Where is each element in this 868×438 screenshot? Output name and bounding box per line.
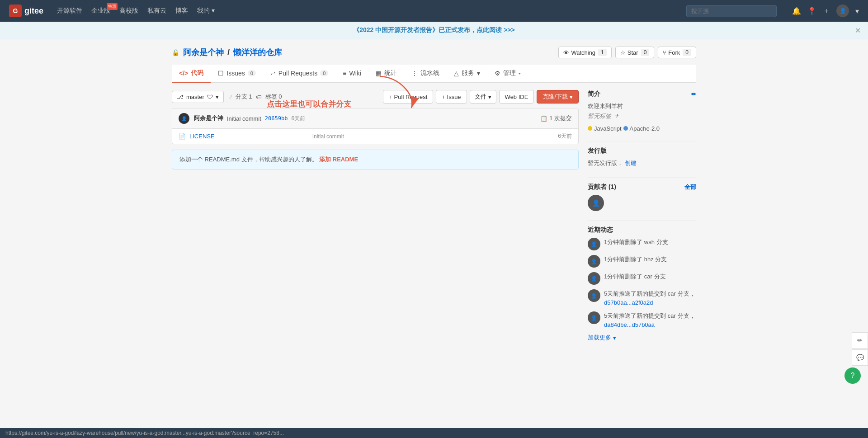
pull-request-button[interactable]: + Pull Request <box>383 90 433 104</box>
fork-button[interactable]: ⑂ Fork 0 <box>658 47 696 58</box>
tab-code[interactable]: </> 代码 <box>172 65 211 83</box>
issues-icon: ☐ <box>218 70 224 77</box>
tab-pipeline[interactable]: ⋮ 流水线 <box>404 65 447 83</box>
intro-welcome: 欢迎来到羊村 <box>588 102 696 111</box>
dropdown-icon[interactable]: ▾ <box>855 7 859 15</box>
nav-private-cloud[interactable]: 私有云 <box>147 7 166 15</box>
lang-apache: Apache-2.0 <box>623 125 660 132</box>
location-icon[interactable]: 📍 <box>807 7 816 15</box>
lang-javascript: JavaScript <box>588 125 622 132</box>
repo-name-link[interactable]: 懒洋洋的仓库 <box>233 47 282 58</box>
divider-1 <box>588 141 696 141</box>
activity-avatar: 👤 <box>588 255 600 268</box>
contributor-avatar[interactable]: 👤 <box>588 195 604 211</box>
tab-manage[interactable]: ⚙ 管理 ● <box>487 65 528 83</box>
manage-icon: ⚙ <box>495 70 500 77</box>
pr-badge: 0 <box>320 70 328 76</box>
activity-avatar: 👤 <box>588 272 600 285</box>
content-left: ⎇ master 🛡 ▾ ⑂ 分支 1 🏷 标签 0 + Pull Reques… <box>172 90 579 351</box>
sidebar-activity-title: 近期动态 <box>588 226 696 234</box>
file-commit-msg: Initial commit <box>312 133 558 140</box>
chevron-down-icon: ▾ <box>488 94 491 100</box>
notification-icon[interactable]: 🔔 <box>792 7 801 15</box>
feedback-button[interactable]: ✏ <box>852 332 868 349</box>
logo[interactable]: G gitee <box>9 5 43 17</box>
lock-icon: 🔒 <box>172 49 179 56</box>
sidebar-activity: 近期动态 👤 1分钟前删除了 wsh 分支 👤 1分钟前删除了 hhz 分支 👤… <box>588 226 696 342</box>
create-release-link[interactable]: 创建 <box>625 160 637 166</box>
chat-button[interactable]: 💬 <box>852 349 868 358</box>
edit-intro-button[interactable]: ✏ <box>691 91 696 98</box>
list-item: 👤 1分钟前删除了 wsh 分支 <box>588 238 696 250</box>
activity-text: 1分钟前删除了 car 分支 <box>604 272 666 281</box>
file-list: 👤 阿余是个神 Initial commit 20659bb 6天前 📋 1 次… <box>172 108 579 144</box>
gitee-logo-icon: G <box>9 5 22 17</box>
nav-university[interactable]: 高校版 <box>119 7 138 15</box>
repo-owner-link[interactable]: 阿余是个神 <box>183 47 224 58</box>
table-row: 📄 LICENSE Initial commit 6天前 <box>172 129 578 144</box>
branch-selector[interactable]: ⎇ master 🛡 ▾ <box>172 91 224 103</box>
commit-message: Initial commit <box>227 115 261 122</box>
dropdown-chevron-icon: ▾ <box>216 94 219 100</box>
clone-download-button[interactable]: 克隆/下载 ▾ <box>537 90 579 104</box>
wiki-icon: ≡ <box>343 70 346 77</box>
activity-commit-link[interactable]: d57b0aa...a2f0a2d <box>604 299 653 306</box>
star-count: 0 <box>641 49 650 56</box>
fork-count: 0 <box>683 49 691 56</box>
commit-count[interactable]: 📋 1 次提交 <box>540 114 572 122</box>
tab-wiki[interactable]: ≡ Wiki <box>335 65 368 83</box>
list-item: 👤 1分钟前删除了 hhz 分支 <box>588 255 696 268</box>
banner-link[interactable]: 《2022 中国开源开发者报告》已正式发布，点此阅读 >>> <box>353 26 514 33</box>
watch-button[interactable]: 👁 Watching 1 <box>558 47 611 58</box>
activity-text: 5天前推送了新的提交到 car 分支， da84dbe...d57b0aa <box>604 311 696 329</box>
tab-stats[interactable]: ▦ 统计 <box>368 65 404 83</box>
commit-icon: 📋 <box>540 115 547 122</box>
search-input[interactable] <box>686 5 777 17</box>
branch-info: ⑂ 分支 1 🏷 标签 0 <box>228 93 282 101</box>
readme-banner: 添加一个 README.md 文件，帮助感兴趣的人了解。 添加 README <box>172 150 579 170</box>
no-release-text: 暂无发行版， 创建 <box>588 159 696 168</box>
all-contributors-link[interactable]: 全部 <box>684 183 696 191</box>
divider-3 <box>588 220 696 221</box>
issue-button[interactable]: + Issue <box>436 90 467 104</box>
add-readme-link[interactable]: 添加 README <box>319 156 358 163</box>
tab-services[interactable]: △ 服务 ▾ <box>447 65 487 83</box>
branch-left: ⎇ master 🛡 ▾ ⑂ 分支 1 🏷 标签 0 <box>172 91 282 103</box>
activity-avatar: 👤 <box>588 289 600 302</box>
tab-pull-requests[interactable]: ⇌ Pull Requests 0 <box>263 65 336 83</box>
nav-opensource[interactable]: 开源软件 <box>57 7 82 15</box>
add-tag-button[interactable]: ＋ <box>613 112 620 119</box>
commit-header: 👤 阿余是个神 Initial commit 20659bb 6天前 📋 1 次… <box>172 108 578 129</box>
branch-toolbar: ⎇ master 🛡 ▾ ⑂ 分支 1 🏷 标签 0 + Pull Reques… <box>172 90 579 104</box>
file-button[interactable]: 文件 ▾ <box>470 90 496 104</box>
eye-icon: 👁 <box>563 49 569 56</box>
side-buttons: ✏ 💬 <box>852 332 868 358</box>
nav-mine[interactable]: 我的 ▾ <box>197 7 215 15</box>
activity-avatar: 👤 <box>588 238 600 250</box>
banner-close-icon[interactable]: ✕ <box>855 26 861 35</box>
add-icon[interactable]: ＋ <box>823 6 830 16</box>
lang-list: JavaScript Apache-2.0 <box>588 123 696 132</box>
activity-text: 1分钟前删除了 hhz 分支 <box>604 255 667 264</box>
activity-commit-link-2[interactable]: da84dbe...d57b0aa <box>604 321 655 328</box>
apache-lang-dot <box>623 126 628 131</box>
commit-author-avatar[interactable]: 👤 <box>179 113 189 124</box>
nav-enterprise[interactable]: 企业版 特惠 <box>91 7 110 15</box>
activity-avatar: 👤 <box>588 311 600 324</box>
issues-badge: 0 <box>248 70 256 76</box>
load-more-button[interactable]: 加载更多 ▾ <box>588 334 696 342</box>
user-avatar[interactable]: 👤 <box>836 5 849 17</box>
file-name-link[interactable]: LICENSE <box>189 133 312 140</box>
sidebar-contributors: 贡献者 (1) 全部 👤 <box>588 183 696 211</box>
nav-blog[interactable]: 博客 <box>175 7 188 15</box>
js-lang-dot <box>588 126 592 131</box>
commit-hash[interactable]: 20659bb <box>265 115 288 122</box>
webide-button[interactable]: Web IDE <box>499 90 534 104</box>
list-item: 👤 5天前推送了新的提交到 car 分支， d57b0aa...a2f0a2d <box>588 289 696 307</box>
file-icon: 📄 <box>179 133 186 140</box>
commit-time: 6天前 <box>291 115 305 122</box>
sidebar-contributors-title: 贡献者 (1) 全部 <box>588 183 696 191</box>
fork-icon: ⑂ <box>663 49 666 56</box>
tab-issues[interactable]: ☐ Issues 0 <box>211 65 263 83</box>
star-button[interactable]: ☆ Star 0 <box>615 47 655 58</box>
